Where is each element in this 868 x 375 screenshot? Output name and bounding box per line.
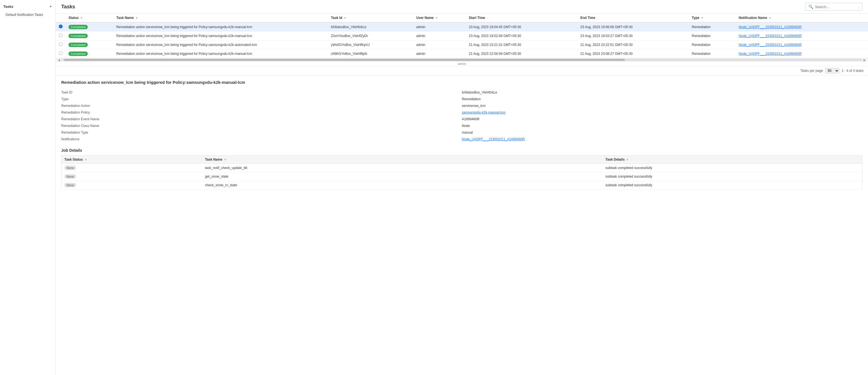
col-user-name[interactable]: User Name ▼ [413,13,466,22]
job-col-name[interactable]: Task Name ▼ [202,156,602,164]
task-name-filter-icon[interactable]: ▼ [135,17,138,20]
job-row-name: get_snow_state [202,172,602,181]
scroll-left-icon[interactable]: ◀ [57,59,61,62]
row-radio-cell[interactable] [56,49,66,58]
row-end-time: 21 Aug, 2023 23:22:51 GMT+05:30 [578,40,689,49]
detail-fields: Task ID 6A6alooBox_VIeHfzkLe Type Remedi… [61,89,862,143]
remediation-policy-link[interactable]: samsungvdu-k2k-manual-lcm [462,111,506,115]
remediation-class-name-value: Node [462,123,863,129]
row-user-name: admin [413,31,466,40]
detail-title: Remediation action servicenow_lcm being … [61,80,862,85]
radio-button[interactable] [59,33,63,37]
row-type: Remediation [689,31,736,40]
remediation-action-label: Remediation Action [61,102,462,109]
job-row-status: None [62,181,202,190]
scroll-thumb[interactable] [64,59,625,61]
start-time-sort-icon[interactable]: ↕ [487,17,489,20]
row-task-name: Remediation action servicenow_lcm being … [114,49,328,58]
row-notification-name[interactable]: Node_UADPF___153001011_A1699460R [736,22,868,31]
radio-button[interactable] [59,25,63,28]
row-start-time: 21 Aug, 2023 22:56:09 GMT+05:30 [466,49,578,58]
status-filter-icon[interactable]: ▼ [80,17,83,20]
task-id-filter-icon[interactable]: ▼ [344,17,346,20]
notifications-value: Node_UADPF___153001011_A1699460R [462,136,863,143]
user-name-filter-icon[interactable]: ▼ [435,17,438,20]
remediation-event-name-value: A1699460R [462,116,863,123]
radio-button[interactable] [59,51,63,55]
radio-button[interactable] [59,42,63,46]
row-radio-cell[interactable] [56,22,66,31]
remediation-type-value: manual [462,129,863,136]
job-row-details: subtask completed successfully [602,181,862,190]
row-start-time: 23 Aug, 2023 19:02:08 GMT+05:30 [466,31,578,40]
sidebar-title[interactable]: Tasks ▼ [0,2,55,11]
job-col-status[interactable]: Task Status ▼ [62,156,202,164]
job-col-details[interactable]: Task Details ▼ [602,156,862,164]
col-task-name[interactable]: Task Name ▼ [114,13,328,22]
row-task-name: Remediation action servicenow_lcm being … [114,22,328,31]
row-radio-cell[interactable] [56,40,66,49]
row-notification-name[interactable]: Node_UADPF___153001011_A1699460R [736,49,868,58]
job-status-badge: None [64,166,76,170]
row-task-id: yWs5GYoBox_VIeHfKpVJ [328,40,413,49]
row-user-name: admin [413,49,466,58]
horizontal-scrollbar[interactable]: ◀ ▶ [56,58,868,62]
job-row-name: task_notif_check_update_tkt [202,164,602,172]
chevron-down-icon: ▼ [49,5,52,8]
row-radio-cell[interactable] [56,31,66,40]
job-details-filter-icon[interactable]: ▼ [626,158,629,161]
end-time-sort-icon[interactable]: ↓ [597,17,599,20]
job-row-name: check_snow_cr_state [202,181,602,190]
job-row-status: None [62,172,202,181]
row-status: Completed [66,22,114,31]
type-filter-icon[interactable]: ▼ [701,17,704,20]
row-task-name: Remediation action servicenow_lcm being … [114,31,328,40]
job-status-badge: None [64,174,76,179]
table-row[interactable]: Completed Remediation action servicenow_… [56,22,868,31]
notification-name-link[interactable]: Node_UADPF___153001011_A1699460R [739,25,802,29]
notification-name-link[interactable]: Node_UADPF___153001011_A1699460R [739,43,802,47]
sidebar: Tasks ▼ Default Notification Tasks [0,0,56,375]
notifications-link[interactable]: Node_UADPF___153001011_A1699460R [462,137,525,141]
sidebar-item-default-notification[interactable]: Default Notification Tasks [0,11,55,19]
notification-name-link[interactable]: Node_UADPF___153001011_A1699460R [739,52,802,56]
tasks-table: Status ▼ Task Name ▼ Task Id ▼ User Name… [56,13,868,58]
notification-name-link[interactable]: Node_UADPF___153001011_A1699460R [739,34,802,38]
search-input[interactable] [815,5,857,9]
sidebar-title-label: Tasks [3,4,13,9]
tasks-table-section: Status ▼ Task Name ▼ Task Id ▼ User Name… [56,13,868,75]
type-label: Type [61,96,462,102]
table-row[interactable]: Completed Remediation action servicenow_… [56,31,868,40]
per-page-select[interactable]: 50 25 100 [825,68,839,73]
row-notification-name[interactable]: Node_UADPF___153001011_A1699460R [736,31,868,40]
status-badge: Completed [68,42,88,47]
remediation-class-name-label: Remediation Class Name [61,123,462,129]
scroll-track[interactable] [61,59,862,61]
search-box[interactable]: 🔍 . [805,3,862,10]
job-table-row: None check_snow_cr_state subtask complet… [62,181,862,190]
row-type: Remediation [689,40,736,49]
row-start-time: 23 Aug, 2023 19:04:45 GMT+05:30 [466,22,578,31]
job-row-details: subtask completed successfully [602,164,862,172]
job-status-filter-icon[interactable]: ▼ [84,158,87,161]
row-task-id: 6A6alooBox_VIeHfzkLe [328,22,413,31]
job-name-filter-icon[interactable]: ▼ [224,158,227,161]
scroll-right-icon[interactable]: ▶ [862,59,867,62]
job-row-status: None [62,164,202,172]
notification-name-filter-icon[interactable]: ▼ [769,17,771,20]
col-type[interactable]: Type ▼ [689,13,736,22]
col-status[interactable]: Status ▼ [66,13,114,22]
row-start-time: 21 Aug, 2023 23:21:31 GMT+05:30 [466,40,578,49]
row-notification-name[interactable]: Node_UADPF___153001011_A1699460R [736,40,868,49]
col-end-time[interactable]: End Time ↓ [578,13,689,22]
table-row[interactable]: Completed Remediation action servicenow_… [56,40,868,49]
page-title: Tasks [61,4,75,10]
row-end-time: 21 Aug, 2023 23:08:27 GMT+05:30 [578,49,689,58]
col-task-id[interactable]: Task Id ▼ [328,13,413,22]
col-radio [56,13,66,22]
col-start-time[interactable]: Start Time ↕ [466,13,578,22]
remediation-action-value: servicenow_lcm [462,102,863,109]
pagination: Tasks per page 50 25 100 1 - 4 of 4 task… [56,66,868,75]
table-row[interactable]: Completed Remediation action servicenow_… [56,49,868,58]
col-notification-name[interactable]: Notification Name ▼ [736,13,868,22]
